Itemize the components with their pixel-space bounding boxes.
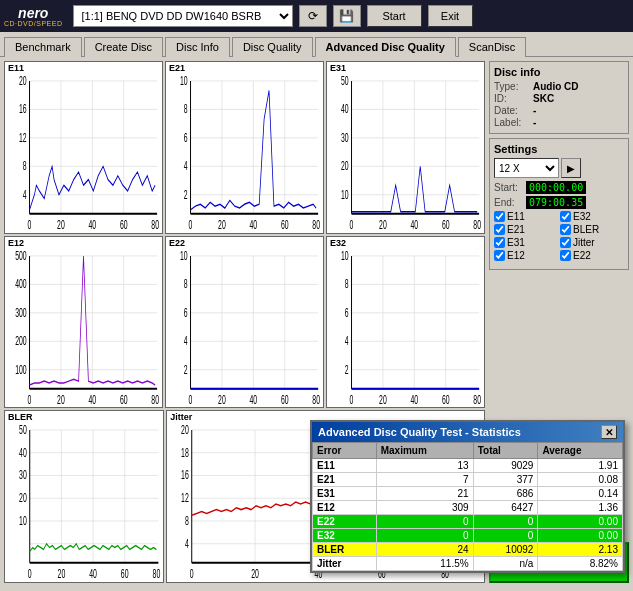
- exit-button[interactable]: Exit: [428, 5, 473, 27]
- svg-text:40: 40: [19, 444, 27, 459]
- speed-set-button[interactable]: ▶: [561, 158, 581, 178]
- type-value: Audio CD: [533, 81, 579, 92]
- speed-select[interactable]: 12 X: [494, 158, 559, 178]
- disc-info-box: Disc info Type: Audio CD ID: SKC Date: -…: [489, 61, 629, 134]
- refresh-button[interactable]: ⟳: [299, 5, 327, 27]
- cb-e12: E12: [494, 250, 558, 261]
- tab-disc-quality[interactable]: Disc Quality: [232, 37, 313, 57]
- svg-text:60: 60: [442, 216, 450, 231]
- svg-text:4: 4: [345, 332, 349, 347]
- date-label: Date:: [494, 105, 529, 116]
- svg-text:8: 8: [184, 101, 188, 116]
- table-cell: 0: [376, 529, 473, 543]
- checkbox-e21[interactable]: [494, 224, 505, 235]
- tab-create-disc[interactable]: Create Disc: [84, 37, 163, 57]
- tab-benchmark[interactable]: Benchmark: [4, 37, 82, 57]
- chart-e11-label: E11: [8, 63, 24, 73]
- table-cell: 686: [473, 487, 538, 501]
- svg-text:4: 4: [184, 332, 188, 347]
- tab-advanced-disc-quality[interactable]: Advanced Disc Quality: [315, 37, 456, 57]
- cb-e22-label: E22: [573, 250, 591, 261]
- svg-text:20: 20: [379, 216, 387, 231]
- cb-e32-label: E32: [573, 211, 591, 222]
- cb-e12-label: E12: [507, 250, 525, 261]
- popup-close-button[interactable]: ✕: [601, 425, 617, 439]
- cb-e11-label: E11: [507, 211, 525, 222]
- table-cell: 24: [376, 543, 473, 557]
- end-time-row: End: 079:00.35: [494, 196, 624, 209]
- start-label: Start:: [494, 182, 522, 193]
- svg-text:30: 30: [341, 129, 349, 144]
- svg-text:80: 80: [473, 216, 481, 231]
- table-cell: 9029: [473, 459, 538, 473]
- svg-text:20: 20: [19, 490, 27, 505]
- table-cell: 21: [376, 487, 473, 501]
- svg-text:50: 50: [19, 422, 27, 437]
- svg-text:60: 60: [120, 216, 128, 231]
- svg-text:12: 12: [181, 490, 189, 505]
- svg-text:20: 20: [218, 216, 226, 231]
- svg-text:0: 0: [190, 566, 194, 581]
- table-cell: 0: [376, 515, 473, 529]
- chart-bler: BLER 50 40 30 20 10: [4, 410, 164, 583]
- svg-text:4: 4: [185, 535, 189, 550]
- svg-text:0: 0: [28, 216, 32, 231]
- svg-text:80: 80: [312, 391, 320, 406]
- svg-text:20: 20: [19, 72, 27, 87]
- table-row: E31: [313, 487, 377, 501]
- table-cell: 13: [376, 459, 473, 473]
- svg-text:10: 10: [341, 247, 349, 262]
- table-cell: 0: [473, 515, 538, 529]
- svg-text:10: 10: [19, 513, 27, 528]
- table-cell: 8.82%: [538, 557, 623, 571]
- svg-text:2: 2: [345, 361, 349, 376]
- drive-select[interactable]: [1:1] BENQ DVD DD DW1640 BSRB: [73, 5, 293, 27]
- svg-text:10: 10: [180, 72, 188, 87]
- table-cell: 0.00: [538, 529, 623, 543]
- checkbox-e12[interactable]: [494, 250, 505, 261]
- svg-text:0: 0: [189, 216, 193, 231]
- tab-disc-info[interactable]: Disc Info: [165, 37, 230, 57]
- settings-title: Settings: [494, 143, 624, 155]
- checkbox-e22[interactable]: [560, 250, 571, 261]
- cb-e21-label: E21: [507, 224, 525, 235]
- table-cell: 309: [376, 501, 473, 515]
- nero-brand: nero: [18, 6, 48, 20]
- cb-e32: E32: [560, 211, 624, 222]
- chart-e12-label: E12: [8, 238, 24, 248]
- checkbox-bler[interactable]: [560, 224, 571, 235]
- save-button[interactable]: 💾: [333, 5, 361, 27]
- table-cell: n/a: [473, 557, 538, 571]
- col-average: Average: [538, 443, 623, 459]
- svg-text:2: 2: [184, 361, 188, 376]
- svg-text:0: 0: [350, 216, 354, 231]
- table-row: E12: [313, 501, 377, 515]
- checkbox-e32[interactable]: [560, 211, 571, 222]
- nero-logo: nero CD·DVD/SPEED: [4, 6, 63, 27]
- chart-e31: E31 50 40 30 20 10 0: [326, 61, 485, 234]
- checkbox-jitter[interactable]: [560, 237, 571, 248]
- col-maximum: Maximum: [376, 443, 473, 459]
- id-value: SKC: [533, 93, 554, 104]
- svg-text:60: 60: [121, 566, 129, 581]
- table-cell: 0.08: [538, 473, 623, 487]
- stats-table: Error Maximum Total Average E11 13 9029 …: [312, 442, 623, 571]
- svg-text:18: 18: [181, 444, 189, 459]
- svg-text:20: 20: [252, 566, 260, 581]
- popup-titlebar: Advanced Disc Quality Test - Statistics …: [312, 422, 623, 442]
- table-cell: 377: [473, 473, 538, 487]
- svg-text:50: 50: [341, 72, 349, 87]
- tab-scan-disc[interactable]: ScanDisc: [458, 37, 526, 57]
- svg-text:20: 20: [181, 422, 189, 437]
- svg-text:80: 80: [312, 216, 320, 231]
- cb-bler: BLER: [560, 224, 624, 235]
- start-button[interactable]: Start: [367, 5, 422, 27]
- tab-bar: Benchmark Create Disc Disc Info Disc Qua…: [0, 32, 633, 56]
- checkbox-e11[interactable]: [494, 211, 505, 222]
- svg-text:60: 60: [120, 391, 128, 406]
- checkbox-e31[interactable]: [494, 237, 505, 248]
- table-cell: 11.5%: [376, 557, 473, 571]
- svg-text:16: 16: [19, 101, 27, 116]
- svg-text:100: 100: [15, 361, 27, 376]
- popup-title: Advanced Disc Quality Test - Statistics: [318, 426, 521, 438]
